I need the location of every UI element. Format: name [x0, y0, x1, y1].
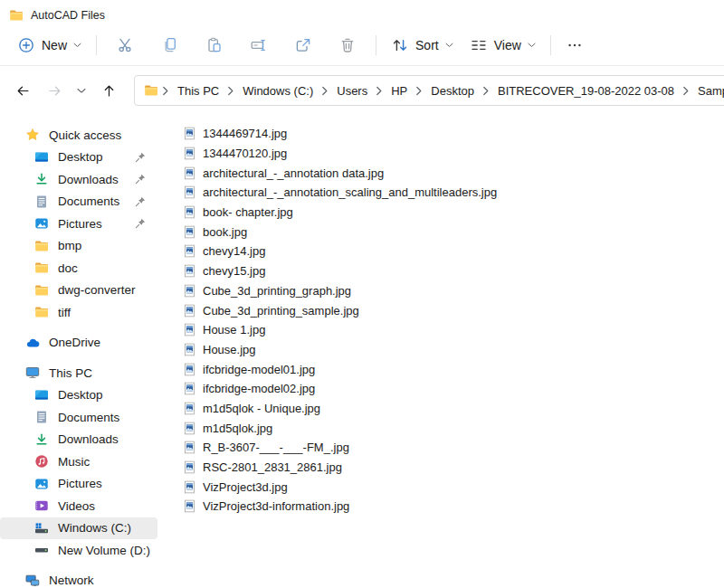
chevron-down-icon	[73, 43, 81, 48]
file-name: ifcbridge-model01.jpg	[203, 363, 315, 376]
view-button[interactable]: View	[462, 31, 544, 60]
folder-icon	[9, 8, 24, 23]
sidebar-item-music[interactable]: Music	[0, 450, 157, 473]
recent-locations-button[interactable]	[72, 77, 90, 104]
file-item[interactable]: VizProject3d.jpg	[183, 477, 724, 497]
share-button[interactable]	[281, 29, 325, 62]
forward-icon	[47, 83, 62, 99]
file-explorer-window: AutoCAD Files New Sort View Th	[0, 0, 724, 588]
music-icon	[34, 454, 49, 469]
copy-button[interactable]	[148, 29, 192, 62]
plus-circle-icon	[17, 36, 35, 54]
sidebar-item-doc[interactable]: doc	[0, 257, 157, 280]
sidebar-item-bmp[interactable]: bmp	[0, 235, 157, 258]
sidebar-item-documents[interactable]: Documents	[0, 191, 157, 213]
more-icon	[566, 36, 584, 54]
breadcrumb-segment[interactable]: Users	[332, 81, 372, 101]
sidebar-item-downloads[interactable]: Downloads	[0, 168, 157, 191]
sidebar-item-tiff[interactable]: tiff	[0, 301, 157, 324]
sidebar-item-pictures[interactable]: Pictures	[0, 473, 157, 496]
chevron-right-icon[interactable]	[162, 86, 169, 96]
image-file-icon	[183, 244, 196, 258]
breadcrumb-segment[interactable]: Windows (C:)	[238, 81, 318, 101]
image-file-icon	[183, 422, 196, 435]
breadcrumb-segment[interactable]: Sample files	[693, 81, 724, 101]
file-item[interactable]: RSC-2801_2831_2861.jpg	[183, 458, 724, 478]
chevron-right-icon[interactable]	[227, 86, 234, 96]
delete-button[interactable]	[325, 29, 369, 62]
downloads-icon	[34, 432, 49, 447]
up-icon	[101, 83, 117, 99]
file-item[interactable]: 1344470120.jpg	[183, 144, 724, 164]
file-list: 1344469714.jpg 1344470120.jpg architectu…	[167, 115, 724, 588]
image-file-icon	[183, 284, 196, 298]
sidebar-item-dwg-converter[interactable]: dwg-converter	[0, 280, 157, 302]
main-area: Quick access Desktop Downloads Documents…	[0, 115, 724, 588]
sidebar-item-new-volume-d[interactable]: New Volume (D:)	[0, 539, 157, 562]
chevron-right-icon[interactable]	[376, 86, 383, 96]
file-item[interactable]: House.jpg	[183, 340, 724, 360]
new-button-label: New	[42, 38, 67, 52]
file-item[interactable]: Cube_3d_printing_graph.jpg	[183, 281, 724, 301]
file-name: Cube_3d_printing_sample.jpg	[203, 304, 359, 318]
sidebar-item-pictures[interactable]: Pictures	[0, 213, 157, 235]
file-item[interactable]: ifcbridge-model01.jpg	[183, 359, 724, 379]
file-item[interactable]: 1344469714.jpg	[183, 124, 724, 144]
paste-button[interactable]	[192, 29, 236, 62]
sidebar-item-this-pc[interactable]: This PC	[0, 362, 157, 384]
file-name: book- chapter.jpg	[203, 205, 293, 219]
sidebar-item-videos[interactable]: Videos	[0, 495, 157, 517]
file-item[interactable]: architectural_-_annotation_scaling_and_m…	[183, 183, 724, 203]
file-item[interactable]: book.jpg	[183, 222, 724, 242]
sort-button[interactable]: Sort	[383, 31, 462, 60]
file-name: House.jpg	[203, 343, 256, 356]
file-item[interactable]: m1d5qlok - Unique.jpg	[183, 399, 724, 419]
file-item[interactable]: House 1.jpg	[183, 320, 724, 340]
file-item[interactable]: ifcbridge-model02.jpg	[183, 379, 724, 399]
forward-button[interactable]	[41, 77, 68, 104]
this-pc-icon	[25, 365, 40, 380]
sidebar-item-label: This PC	[49, 366, 92, 380]
sort-button-label: Sort	[415, 38, 439, 52]
file-item[interactable]: m1d5qlok.jpg	[183, 418, 724, 438]
sidebar-item-network[interactable]: Network	[0, 570, 157, 588]
more-options-button[interactable]	[557, 29, 592, 62]
image-file-icon	[183, 402, 196, 415]
breadcrumb-segment[interactable]: BITRECOVER_19-08-2022 03-08	[493, 81, 679, 101]
sidebar-item-downloads[interactable]: Downloads	[0, 429, 157, 451]
file-item[interactable]: book- chapter.jpg	[183, 203, 724, 223]
file-item[interactable]: VizProject3d-information.jpg	[183, 497, 724, 517]
back-button[interactable]	[9, 77, 36, 104]
sidebar-item-desktop[interactable]: Desktop	[0, 384, 157, 407]
chevron-right-icon[interactable]	[415, 86, 423, 96]
breadcrumb-segment[interactable]: This PC	[173, 81, 224, 101]
image-file-icon	[183, 460, 196, 474]
rename-button[interactable]	[236, 29, 281, 62]
file-item[interactable]: chevy14.jpg	[183, 242, 724, 261]
breadcrumb[interactable]: This PCWindows (C:)UsersHPDesktopBITRECO…	[134, 75, 724, 106]
cut-button[interactable]	[103, 29, 148, 62]
sidebar-item-onedrive[interactable]: OneDrive	[0, 332, 157, 355]
file-item[interactable]: chevy15.jpg	[183, 261, 724, 281]
sidebar-item-windows-c[interactable]: Windows (C:)	[0, 517, 157, 540]
chevron-right-icon[interactable]	[682, 86, 690, 96]
sidebar-item-label: tiff	[58, 306, 71, 319]
file-name: House 1.jpg	[203, 323, 265, 337]
up-button[interactable]	[95, 77, 122, 104]
new-button[interactable]: New	[9, 31, 90, 60]
file-item[interactable]: architectural_-_annotation data.jpg	[183, 163, 724, 183]
sidebar-item-desktop[interactable]: Desktop	[0, 147, 157, 169]
videos-icon	[34, 498, 49, 513]
file-item[interactable]: Cube_3d_printing_sample.jpg	[183, 300, 724, 320]
file-name: R_B-3607-___-___-FM_.jpg	[203, 441, 349, 454]
breadcrumb-segment[interactable]: Desktop	[426, 81, 479, 101]
sidebar-item-quick-access[interactable]: Quick access	[0, 124, 157, 147]
chevron-right-icon[interactable]	[321, 86, 329, 96]
cut-icon	[117, 36, 135, 54]
breadcrumb-segment[interactable]: HP	[386, 81, 412, 101]
address-bar-row: This PCWindows (C:)UsersHPDesktopBITRECO…	[0, 66, 724, 115]
file-item[interactable]: R_B-3607-___-___-FM_.jpg	[183, 438, 724, 458]
chevron-right-icon[interactable]	[482, 86, 490, 96]
navigation-pane: Quick access Desktop Downloads Documents…	[0, 115, 167, 588]
sidebar-item-documents[interactable]: Documents	[0, 406, 157, 429]
